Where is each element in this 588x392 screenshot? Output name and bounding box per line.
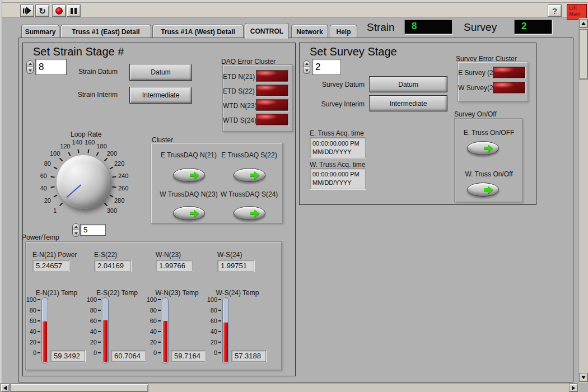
help-icon: ?	[552, 6, 557, 16]
survey-error-label: W Survey(27)	[458, 84, 491, 92]
strain-panel: Set Strain Stage # 8 Strain Datum Datum …	[22, 43, 296, 376]
survey-stage-input[interactable]: 2	[312, 59, 341, 75]
abort-button[interactable]	[52, 4, 66, 17]
loop-rate-knob[interactable]: 1204060801001201401601802002202402602803…	[38, 137, 129, 228]
strain-datum-button[interactable]: Datum	[129, 64, 192, 81]
thermometer-scale: 100806040200	[86, 300, 101, 353]
thermometer-scale-tick: 80	[30, 307, 40, 314]
knob-tick-mark	[113, 186, 116, 188]
left-arrow-icon	[3, 386, 7, 390]
e-truss-onoff-button[interactable]	[467, 141, 499, 155]
knob-scale-label: 300	[107, 207, 117, 214]
thermometer-tube	[41, 297, 48, 363]
survey-lcd: 2	[514, 20, 552, 34]
survey-error-label: E Survey (26)	[458, 69, 491, 77]
horizontal-scrollbar[interactable]	[0, 383, 578, 392]
thermometer-scale-tick: 80	[90, 307, 101, 314]
knob-tick-mark	[104, 158, 107, 161]
vertical-scrollbar[interactable]	[578, 18, 588, 383]
w-trussdaq-n23-button[interactable]	[173, 206, 205, 220]
temp-value: 57.3188	[235, 352, 261, 360]
thermometer-scale-tick: 0	[153, 349, 161, 356]
vertical-scroll-thumb[interactable]	[579, 29, 588, 80]
green-arrow-icon	[250, 171, 260, 179]
knob-scale-label: 60	[40, 172, 47, 179]
tab-help[interactable]: Help	[330, 25, 357, 38]
survey-indicator-label: Survey	[464, 21, 497, 34]
tab-label: Truss #1A (West) Detail	[161, 28, 235, 36]
thermometer-tube	[102, 297, 109, 363]
badge-line2: Main	[569, 11, 585, 17]
thermometer-scale-tick: 60	[211, 318, 221, 324]
tab-network[interactable]: Network	[291, 25, 328, 38]
power-display-en21: 5.24657	[32, 260, 69, 272]
continuous-run-button[interactable]: ↻	[35, 4, 49, 17]
power-value: 1.99766	[159, 262, 185, 270]
survey-onoff-box: E. Truss On/OFF W. Truss On/Off	[454, 118, 522, 202]
knob-ball[interactable]	[57, 155, 110, 209]
loop-rate-input[interactable]: 5	[80, 224, 106, 236]
survey-stage-spinner[interactable]	[303, 60, 310, 74]
w-truss-acq-time-label: W. Truss Acq. time	[310, 161, 365, 169]
knob-scale-label: 180	[96, 143, 106, 150]
temp-display-es22: 60.7064	[111, 350, 146, 362]
thermometer-fill	[43, 321, 47, 362]
thermometer-scale-tick: 60	[30, 318, 40, 324]
loop-rate-spinner[interactable]	[72, 223, 80, 237]
labview-front-panel: ↻ ? Lift Main Summary Truss #1 (East) De…	[0, 0, 588, 392]
e-trussdaq-s22-button[interactable]	[234, 168, 265, 182]
survey-datum-button[interactable]: Datum	[369, 76, 447, 92]
tab-truss1a-west-detail[interactable]: Truss #1A (West) Detail	[152, 25, 244, 38]
power-label: E-S(22)	[94, 251, 117, 259]
run-button[interactable]	[20, 4, 34, 17]
strain-stage-input[interactable]: 8	[35, 59, 67, 75]
survey-interim-button[interactable]: Intermediate	[369, 95, 447, 111]
temp-value: 59.7164	[174, 352, 200, 360]
knob-tick-mark	[50, 176, 54, 178]
strain-stage-spinner[interactable]	[26, 60, 34, 74]
context-help-button[interactable]: ?	[548, 4, 562, 17]
knob-tick-mark	[59, 158, 63, 161]
thermometer-scale-tick: 40	[211, 328, 221, 335]
thermometer-scale-tick: 40	[30, 328, 40, 335]
survey-stage-value: 2	[315, 62, 320, 73]
daq-error-label: WTD S(24)	[223, 116, 253, 124]
power-label: W-S(24)	[217, 251, 242, 259]
cluster-box: E TrussDAQ N(21) E TrussDAQ S(22) W Trus…	[151, 143, 283, 223]
temp-display-en21: 59.3492	[50, 350, 85, 362]
tab-label: Truss #1 (East) Detail	[72, 28, 139, 36]
survey-datum-button-label: Datum	[398, 81, 418, 88]
thermometer-scale-tick: 80	[150, 307, 161, 314]
tab-label: Network	[296, 28, 323, 36]
up-arrow-icon	[581, 22, 586, 25]
e-truss-acq-time-label: E. Truss Acq. time	[310, 129, 364, 137]
tab-truss1-east-detail[interactable]: Truss #1 (East) Detail	[60, 25, 151, 38]
thermometer-scale: 100806040200	[26, 300, 40, 353]
tab-control[interactable]: CONTROL	[245, 23, 289, 39]
scroll-right-button[interactable]	[569, 384, 578, 392]
thermometer-scale-tick: 40	[150, 328, 161, 335]
survey-datum-label: Survey Datum	[315, 81, 365, 88]
knob-tick-mark	[54, 166, 58, 169]
knob-scale-label: 200	[107, 150, 117, 157]
thermometer-scale-tick: 60	[150, 318, 161, 324]
continuous-run-icon: ↻	[39, 7, 46, 15]
e-trussdaq-n21-button[interactable]	[173, 168, 205, 182]
acq-date-value: MM/DD/YYYY	[312, 179, 365, 187]
horizontal-scroll-thumb[interactable]	[10, 384, 148, 392]
thermometer-scale-tick: 20	[90, 339, 101, 346]
knob-tick-mark	[87, 149, 89, 153]
pause-button[interactable]	[67, 4, 81, 17]
power-temp-title: Power/Temp	[22, 234, 59, 241]
temp-value: 60.7064	[114, 352, 141, 360]
strain-interim-button[interactable]: Intermediate	[129, 87, 192, 104]
scroll-up-button[interactable]	[579, 19, 588, 28]
w-truss-onoff-button[interactable]	[467, 183, 499, 197]
w-survey-27-led	[493, 82, 525, 94]
w-trussdaq-s24-button[interactable]	[234, 206, 265, 220]
tab-summary[interactable]: Summary	[21, 25, 59, 38]
scroll-left-button[interactable]	[1, 384, 10, 392]
survey-interim-button-label: Intermediate	[390, 100, 427, 108]
scroll-down-button[interactable]	[579, 373, 588, 382]
thermometer-scale-tick: 100	[26, 296, 40, 303]
